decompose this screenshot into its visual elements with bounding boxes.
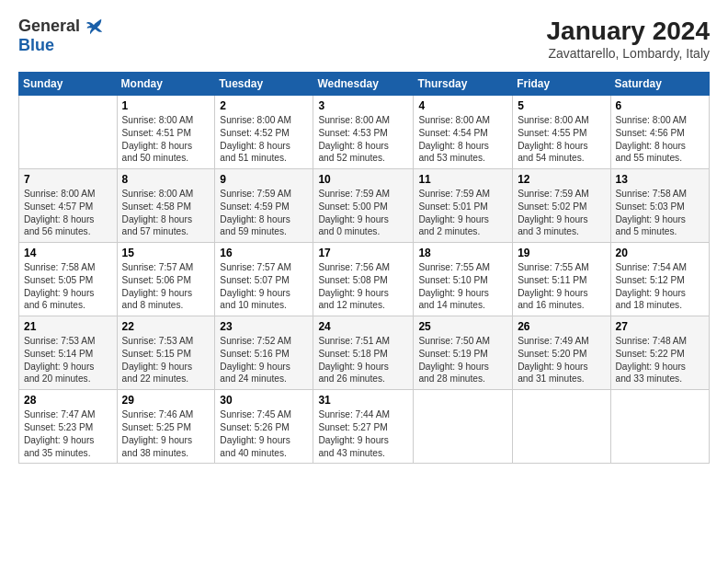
day-cell: 4Sunrise: 8:00 AM Sunset: 4:54 PM Daylig… [414,96,513,169]
day-number: 17 [318,247,408,259]
day-info: Sunrise: 8:00 AM Sunset: 4:52 PM Dayligh… [220,114,308,165]
day-number: 7 [24,173,112,186]
day-number: 11 [418,173,507,186]
logo-general: General [18,17,80,36]
day-cell: 26Sunrise: 7:49 AM Sunset: 5:20 PM Dayli… [513,316,610,390]
day-number: 20 [616,247,704,259]
day-header-wednesday: Wednesday [313,73,414,96]
day-cell: 25Sunrise: 7:50 AM Sunset: 5:19 PM Dayli… [414,316,513,390]
day-info: Sunrise: 7:53 AM Sunset: 5:14 PM Dayligh… [24,335,112,385]
title-block: January 2024 Zavattarello, Lombardy, Ita… [547,17,710,61]
day-number: 29 [122,394,210,407]
day-info: Sunrise: 8:00 AM Sunset: 4:58 PM Dayligh… [122,188,210,238]
day-cell: 11Sunrise: 7:59 AM Sunset: 5:01 PM Dayli… [414,169,513,243]
day-header-thursday: Thursday [414,73,513,96]
day-number: 9 [220,173,308,186]
day-cell: 24Sunrise: 7:51 AM Sunset: 5:18 PM Dayli… [313,316,414,390]
day-number: 31 [318,394,408,407]
day-cell: 10Sunrise: 7:59 AM Sunset: 5:00 PM Dayli… [313,169,414,243]
day-number: 22 [122,320,210,333]
day-info: Sunrise: 7:46 AM Sunset: 5:25 PM Dayligh… [122,408,210,459]
day-cell: 17Sunrise: 7:56 AM Sunset: 5:08 PM Dayli… [313,243,414,316]
header: General Blue January 2024 Zavattarello, … [18,17,710,61]
day-info: Sunrise: 7:49 AM Sunset: 5:20 PM Dayligh… [518,335,605,385]
day-number: 12 [518,173,605,186]
day-header-friday: Friday [513,73,610,96]
calendar-title: January 2024 [547,17,710,46]
day-number: 10 [318,173,408,186]
day-info: Sunrise: 8:00 AM Sunset: 4:56 PM Dayligh… [616,114,704,165]
day-cell: 14Sunrise: 7:58 AM Sunset: 5:05 PM Dayli… [19,243,118,316]
day-info: Sunrise: 7:45 AM Sunset: 5:26 PM Dayligh… [220,408,308,459]
day-header-monday: Monday [117,73,215,96]
day-info: Sunrise: 7:56 AM Sunset: 5:08 PM Dayligh… [318,261,408,312]
week-row-4: 21Sunrise: 7:53 AM Sunset: 5:14 PM Dayli… [19,316,710,390]
day-info: Sunrise: 7:44 AM Sunset: 5:27 PM Dayligh… [318,408,408,459]
day-info: Sunrise: 7:59 AM Sunset: 5:01 PM Dayligh… [418,188,507,238]
day-cell: 30Sunrise: 7:45 AM Sunset: 5:26 PM Dayli… [215,390,313,464]
day-number: 13 [616,173,704,186]
day-header-saturday: Saturday [610,73,709,96]
calendar-table: SundayMondayTuesdayWednesdayThursdayFrid… [18,72,710,464]
day-number: 18 [418,247,507,259]
day-info: Sunrise: 8:00 AM Sunset: 4:55 PM Dayligh… [518,114,605,165]
day-number: 1 [122,99,210,112]
day-cell: 5Sunrise: 8:00 AM Sunset: 4:55 PM Daylig… [513,96,610,169]
day-cell: 8Sunrise: 8:00 AM Sunset: 4:58 PM Daylig… [117,169,215,243]
day-number: 19 [518,247,605,259]
day-info: Sunrise: 8:00 AM Sunset: 4:57 PM Dayligh… [24,188,112,238]
week-row-3: 14Sunrise: 7:58 AM Sunset: 5:05 PM Dayli… [19,243,710,316]
day-number: 28 [24,394,112,407]
day-number: 27 [616,320,704,333]
week-row-2: 7Sunrise: 8:00 AM Sunset: 4:57 PM Daylig… [19,169,710,243]
day-header-sunday: Sunday [19,73,118,96]
day-number: 23 [220,320,308,333]
day-cell: 18Sunrise: 7:55 AM Sunset: 5:10 PM Dayli… [414,243,513,316]
logo-bird-icon [84,17,104,37]
day-info: Sunrise: 7:55 AM Sunset: 5:11 PM Dayligh… [518,261,605,312]
day-cell: 9Sunrise: 7:59 AM Sunset: 4:59 PM Daylig… [215,169,313,243]
day-cell: 31Sunrise: 7:44 AM Sunset: 5:27 PM Dayli… [313,390,414,464]
day-info: Sunrise: 7:54 AM Sunset: 5:12 PM Dayligh… [616,261,704,312]
day-info: Sunrise: 7:48 AM Sunset: 5:22 PM Dayligh… [616,335,704,385]
day-info: Sunrise: 7:57 AM Sunset: 5:07 PM Dayligh… [220,261,308,312]
day-cell: 20Sunrise: 7:54 AM Sunset: 5:12 PM Dayli… [610,243,709,316]
day-cell [414,390,513,464]
day-info: Sunrise: 7:58 AM Sunset: 5:05 PM Dayligh… [24,261,112,312]
day-info: Sunrise: 7:51 AM Sunset: 5:18 PM Dayligh… [318,335,408,385]
logo-blue: Blue [18,37,104,55]
week-row-5: 28Sunrise: 7:47 AM Sunset: 5:23 PM Dayli… [19,390,710,464]
day-cell: 7Sunrise: 8:00 AM Sunset: 4:57 PM Daylig… [19,169,118,243]
day-number: 15 [122,247,210,259]
day-number: 30 [220,394,308,407]
day-info: Sunrise: 7:57 AM Sunset: 5:06 PM Dayligh… [122,261,210,312]
day-cell [513,390,610,464]
day-info: Sunrise: 7:59 AM Sunset: 5:00 PM Dayligh… [318,188,408,238]
day-info: Sunrise: 8:00 AM Sunset: 4:54 PM Dayligh… [418,114,507,165]
day-info: Sunrise: 8:00 AM Sunset: 4:53 PM Dayligh… [318,114,408,165]
day-info: Sunrise: 7:47 AM Sunset: 5:23 PM Dayligh… [24,408,112,459]
day-cell: 21Sunrise: 7:53 AM Sunset: 5:14 PM Dayli… [19,316,118,390]
day-number: 5 [518,99,605,112]
day-cell: 16Sunrise: 7:57 AM Sunset: 5:07 PM Dayli… [215,243,313,316]
day-number: 26 [518,320,605,333]
day-cell [610,390,709,464]
day-cell: 27Sunrise: 7:48 AM Sunset: 5:22 PM Dayli… [610,316,709,390]
day-cell: 28Sunrise: 7:47 AM Sunset: 5:23 PM Dayli… [19,390,118,464]
day-number: 24 [318,320,408,333]
day-info: Sunrise: 7:50 AM Sunset: 5:19 PM Dayligh… [418,335,507,385]
day-cell: 19Sunrise: 7:55 AM Sunset: 5:11 PM Dayli… [513,243,610,316]
day-cell: 6Sunrise: 8:00 AM Sunset: 4:56 PM Daylig… [610,96,709,169]
day-info: Sunrise: 7:52 AM Sunset: 5:16 PM Dayligh… [220,335,308,385]
day-number: 14 [24,247,112,259]
day-cell: 2Sunrise: 8:00 AM Sunset: 4:52 PM Daylig… [215,96,313,169]
day-number: 21 [24,320,112,333]
day-number: 16 [220,247,308,259]
day-info: Sunrise: 7:55 AM Sunset: 5:10 PM Dayligh… [418,261,507,312]
day-info: Sunrise: 7:59 AM Sunset: 5:02 PM Dayligh… [518,188,605,238]
day-cell: 15Sunrise: 7:57 AM Sunset: 5:06 PM Dayli… [117,243,215,316]
day-info: Sunrise: 8:00 AM Sunset: 4:51 PM Dayligh… [122,114,210,165]
day-cell: 23Sunrise: 7:52 AM Sunset: 5:16 PM Dayli… [215,316,313,390]
day-cell: 29Sunrise: 7:46 AM Sunset: 5:25 PM Dayli… [117,390,215,464]
day-number: 2 [220,99,308,112]
